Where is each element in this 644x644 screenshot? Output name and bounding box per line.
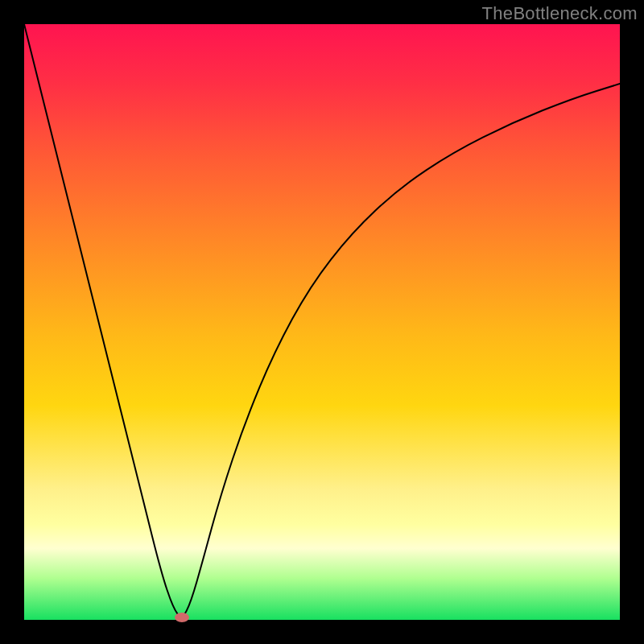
- curve-layer: [24, 24, 620, 620]
- chart-frame: TheBottleneck.com: [0, 0, 644, 644]
- attribution-label: TheBottleneck.com: [482, 3, 638, 24]
- bottleneck-curve: [24, 24, 620, 617]
- plot-area: [24, 24, 620, 620]
- min-point-marker: [175, 613, 189, 622]
